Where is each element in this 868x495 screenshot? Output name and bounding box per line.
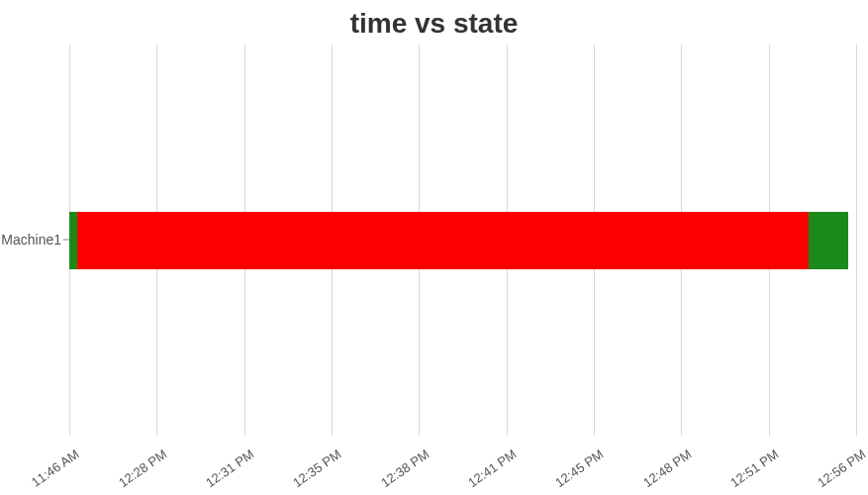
plot-area bbox=[69, 45, 856, 436]
x-axis-tick-label: 12:28 PM bbox=[116, 446, 169, 490]
y-axis-label: Machine1 bbox=[0, 232, 61, 248]
bar-segment bbox=[809, 212, 848, 269]
gridline bbox=[856, 45, 857, 436]
bar-segment bbox=[77, 212, 809, 269]
x-axis-tick-label: 12:38 PM bbox=[378, 446, 432, 490]
y-axis-tick bbox=[63, 240, 69, 241]
x-axis-tick-label: 12:48 PM bbox=[640, 446, 694, 490]
x-axis-tick-label: 12:51 PM bbox=[727, 446, 781, 490]
x-axis-tick-label: 12:56 PM bbox=[815, 446, 868, 490]
bar-segment bbox=[69, 212, 77, 269]
x-axis-tick-label: 12:45 PM bbox=[552, 446, 606, 490]
x-axis-tick-label: 12:41 PM bbox=[465, 446, 519, 490]
chart-title: time vs state bbox=[0, 0, 868, 44]
x-axis-tick-label: 11:46 AM bbox=[29, 446, 82, 490]
x-axis-tick-label: 12:35 PM bbox=[290, 446, 343, 490]
x-axis-labels: 11:46 AM12:28 PM12:31 PM12:35 PM12:38 PM… bbox=[69, 441, 856, 490]
x-axis-tick-label: 12:31 PM bbox=[203, 446, 256, 490]
